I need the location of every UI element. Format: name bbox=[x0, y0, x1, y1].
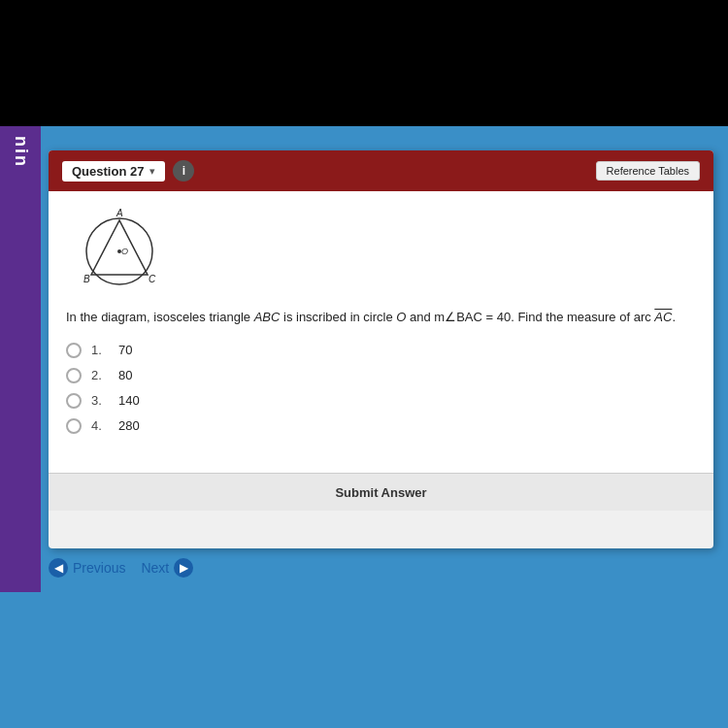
question-label-box[interactable]: Question 27 ▾ bbox=[62, 161, 165, 182]
question-text: In the diagram, isosceles triangle ABC i… bbox=[66, 308, 696, 327]
header-left: Question 27 ▾ i bbox=[62, 160, 194, 182]
left-accent-bar: nin bbox=[0, 126, 41, 592]
info-icon[interactable]: i bbox=[173, 160, 194, 182]
next-icon: ▶ bbox=[174, 558, 193, 578]
svg-marker-1 bbox=[91, 220, 148, 275]
option-value-2: 80 bbox=[118, 368, 132, 382]
svg-text:B: B bbox=[83, 274, 90, 284]
options-list: 1. 70 2. 80 3. 140 4. 280 bbox=[66, 343, 696, 434]
previous-button[interactable]: ◀ Previous bbox=[49, 558, 125, 578]
card-body: A B C O In the diagram, isosceles triang… bbox=[49, 191, 713, 473]
navigation-area: ◀ Previous Next ▶ bbox=[49, 558, 193, 578]
option-item-1[interactable]: 1. 70 bbox=[66, 343, 696, 358]
submit-bar: Submit Answer bbox=[49, 473, 713, 511]
svg-text:O: O bbox=[121, 247, 128, 256]
svg-text:C: C bbox=[149, 274, 156, 284]
main-card: Question 27 ▾ i Reference Tables A B bbox=[49, 150, 713, 548]
option-item-2[interactable]: 2. 80 bbox=[66, 368, 696, 383]
next-button[interactable]: Next ▶ bbox=[141, 558, 193, 578]
chevron-down-icon: ▾ bbox=[149, 165, 155, 178]
svg-text:A: A bbox=[116, 208, 123, 218]
circle-diagram: A B C O bbox=[66, 205, 173, 292]
option-radio-3[interactable] bbox=[66, 393, 82, 409]
option-radio-2[interactable] bbox=[66, 368, 82, 383]
previous-icon: ◀ bbox=[49, 558, 68, 578]
option-item-3[interactable]: 3. 140 bbox=[66, 393, 696, 409]
option-item-4[interactable]: 4. 280 bbox=[66, 418, 696, 434]
option-number-4: 4. bbox=[91, 418, 109, 433]
option-value-1: 70 bbox=[118, 343, 132, 357]
card-header: Question 27 ▾ i Reference Tables bbox=[49, 150, 713, 191]
option-radio-4[interactable] bbox=[66, 418, 82, 434]
option-value-4: 280 bbox=[118, 418, 140, 433]
option-number-2: 2. bbox=[91, 368, 109, 382]
option-number-3: 3. bbox=[91, 393, 109, 408]
left-accent-text: nin bbox=[11, 136, 31, 168]
option-number-1: 1. bbox=[91, 343, 109, 357]
diagram-area: A B C O bbox=[66, 205, 182, 296]
question-label: Question 27 bbox=[72, 164, 144, 179]
option-value-3: 140 bbox=[118, 393, 140, 408]
option-radio-1[interactable] bbox=[66, 343, 82, 358]
reference-tables-button[interactable]: Reference Tables bbox=[596, 161, 700, 181]
submit-answer-button[interactable]: Submit Answer bbox=[335, 485, 426, 500]
